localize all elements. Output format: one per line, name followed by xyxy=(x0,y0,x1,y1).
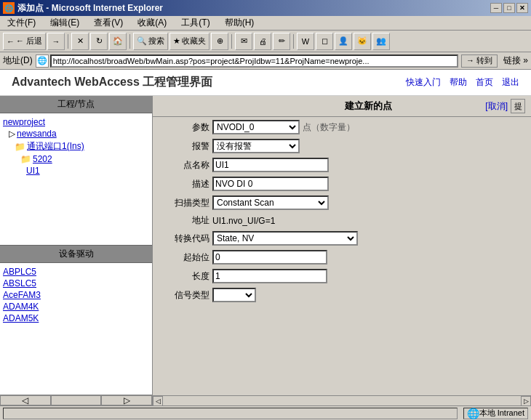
folder-icon-5202: 📁 xyxy=(20,154,31,164)
driver-adam5k-link[interactable]: ADAM5K xyxy=(3,313,39,323)
go-button[interactable]: → 转到 xyxy=(461,54,498,68)
driver-abplc5-link[interactable]: ABPLC5 xyxy=(3,267,36,277)
param-controls: NVODI_0 点（数字量） xyxy=(212,120,525,134)
desc-row: 描述 xyxy=(159,177,525,191)
menu-view[interactable]: 查看(V) xyxy=(89,15,127,31)
scroll-up-button[interactable]: 提 xyxy=(511,99,525,113)
menu-help[interactable]: 帮助(H) xyxy=(220,15,259,31)
right-scroll-bar: ◁ ▷ xyxy=(153,395,531,405)
quick-start-link[interactable]: 快速入门 xyxy=(406,76,441,89)
stop-icon: ✕ xyxy=(77,36,84,46)
length-row: 长度 xyxy=(159,269,525,283)
device-ui1-link[interactable]: UI1 xyxy=(26,166,40,176)
search-icon: 🔍 xyxy=(137,36,147,46)
title-bar-left: 🌐 添加点 - Microsoft Internet Explorer xyxy=(3,2,163,15)
forward-icon: → xyxy=(52,37,60,46)
left-scroll-left[interactable]: ◁ xyxy=(0,395,51,405)
maximize-button[interactable]: □ xyxy=(503,3,515,13)
extra-button-1[interactable]: W xyxy=(297,33,314,50)
desc-input[interactable] xyxy=(212,177,329,191)
links-label[interactable]: 链接 » xyxy=(503,54,528,67)
project-link[interactable]: newproject xyxy=(3,117,45,127)
cancel-button[interactable]: [取消] xyxy=(485,100,508,113)
alarm-label: 报警 xyxy=(159,140,209,153)
globe-icon: 🌐 xyxy=(467,408,479,419)
forward-button[interactable]: → xyxy=(47,33,65,50)
menu-file[interactable]: 文件(F) xyxy=(3,15,40,31)
extra-button-3[interactable]: 👤 xyxy=(335,33,352,50)
edit-icon: ✏ xyxy=(279,36,285,46)
print-button[interactable]: 🖨 xyxy=(254,33,271,50)
mail-button[interactable]: ✉ xyxy=(235,33,252,50)
length-input[interactable] xyxy=(212,269,327,283)
search-button[interactable]: 🔍 搜索 xyxy=(133,33,168,50)
print-icon: 🖨 xyxy=(259,37,267,46)
refresh-button[interactable]: ↻ xyxy=(90,33,108,50)
conversion-select[interactable]: State, NV xyxy=(212,231,358,246)
param-select[interactable]: NVODI_0 xyxy=(212,120,300,134)
driver-acefam3[interactable]: AceFAM3 xyxy=(3,289,149,301)
extra-button-5[interactable]: 👥 xyxy=(372,33,390,50)
device-area[interactable]: ABPLC5 ABSLC5 AceFAM3 ADAM4K ADAM5K xyxy=(0,263,152,395)
toolbar-sep-1 xyxy=(68,34,68,49)
form-area[interactable]: 参数 NVODI_0 点（数字量） 报警 没有报警 xyxy=(153,117,531,395)
left-scroll-area: ◁ ▷ xyxy=(0,395,152,405)
address-value: UI1.nvo_UI/G=1 xyxy=(212,216,275,226)
tree-device-5202[interactable]: 📁 5202 xyxy=(3,153,149,165)
driver-adam4k[interactable]: ADAM4K xyxy=(3,301,149,312)
extra-icon-5: 👥 xyxy=(376,36,386,46)
conversion-label: 转换代码 xyxy=(159,233,209,245)
extra-icon-3: 👤 xyxy=(338,36,348,46)
tree-area[interactable]: newproject ▷ newsanda 📁 通讯端口1(Ins) 📁 520… xyxy=(0,113,152,245)
scan-type-label: 扫描类型 xyxy=(159,197,209,209)
menu-tools[interactable]: 工具(T) xyxy=(177,15,214,31)
extra-button-2[interactable]: ◻ xyxy=(316,33,333,50)
data-type-select[interactable] xyxy=(212,288,256,302)
driver-abslc5[interactable]: ABSLC5 xyxy=(3,278,149,289)
project-node-header: 工程/节点 xyxy=(0,96,152,113)
left-panel: 工程/节点 newproject ▷ newsanda 📁 通讯端口1(Ins)… xyxy=(0,96,153,405)
alarm-select[interactable]: 没有报警 xyxy=(212,139,300,153)
length-label: 长度 xyxy=(159,270,209,283)
left-scroll-track xyxy=(51,395,102,405)
page-icon: 🌐 xyxy=(36,54,49,68)
favorites-button[interactable]: ★ 收藏夹 xyxy=(169,33,209,50)
back-button[interactable]: ← ← 后退 xyxy=(3,33,46,50)
tree-device-ui1[interactable]: UI1 xyxy=(3,165,149,177)
driver-adam4k-link[interactable]: ADAM4K xyxy=(3,302,39,312)
node-link[interactable]: newsanda xyxy=(17,129,57,139)
home-button[interactable]: 🏠 xyxy=(109,33,127,50)
param-label: 参数 xyxy=(159,121,209,134)
device-driver-header: 设备驱动 xyxy=(0,245,152,263)
tree-node[interactable]: ▷ newsanda xyxy=(3,128,149,140)
extra-button-4[interactable]: 🐱 xyxy=(354,33,371,50)
history-button[interactable]: ⊕ xyxy=(211,33,228,50)
menu-edit[interactable]: 编辑(E) xyxy=(46,15,84,31)
stop-button[interactable]: ✕ xyxy=(71,33,89,50)
logout-link[interactable]: 退出 xyxy=(502,76,519,89)
comm-port-link[interactable]: 通讯端口1(Ins) xyxy=(27,140,84,153)
driver-acefam3-link[interactable]: AceFAM3 xyxy=(3,290,41,300)
scroll-left-btn[interactable]: ◁ xyxy=(153,396,163,405)
address-label: 地址(D) xyxy=(3,54,33,67)
driver-adam5k[interactable]: ADAM5K xyxy=(3,312,149,324)
help-link[interactable]: 帮助 xyxy=(450,76,467,89)
driver-abslc5-link[interactable]: ABSLC5 xyxy=(3,278,36,288)
menu-favorites[interactable]: 收藏(A) xyxy=(133,15,171,31)
scan-type-select[interactable]: Constant Scan xyxy=(212,195,329,210)
address-input[interactable] xyxy=(52,57,457,65)
left-scroll-right[interactable]: ▷ xyxy=(101,395,152,405)
driver-abplc5[interactable]: ABPLC5 xyxy=(3,266,149,278)
start-bit-input[interactable] xyxy=(212,250,327,264)
address-label: 地址 xyxy=(159,214,209,227)
scroll-right-btn[interactable]: ▷ xyxy=(521,396,531,405)
conversion-controls: State, NV xyxy=(212,231,525,246)
point-name-input[interactable] xyxy=(212,158,329,172)
home-link[interactable]: 首页 xyxy=(476,76,493,89)
minimize-button[interactable]: ─ xyxy=(490,3,502,13)
tree-comm-port[interactable]: 📁 通讯端口1(Ins) xyxy=(3,140,149,153)
close-button[interactable]: ✕ xyxy=(516,3,528,13)
edit-button[interactable]: ✏ xyxy=(273,33,290,50)
device-5202-link[interactable]: 5202 xyxy=(33,154,52,164)
tree-project[interactable]: newproject xyxy=(3,116,149,128)
